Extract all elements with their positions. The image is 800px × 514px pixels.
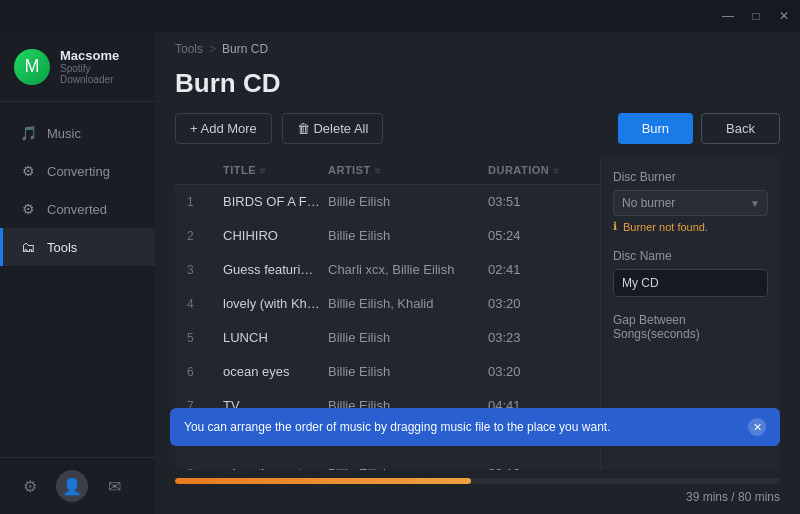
- row-artist: Billie Eilish: [328, 330, 488, 345]
- row-title: lovely (with Khalid): [223, 296, 328, 311]
- settings-button[interactable]: ⚙: [16, 472, 44, 500]
- col-title: TITLE ≡: [223, 164, 328, 176]
- disc-name-input[interactable]: [613, 269, 768, 297]
- row-number: 6: [187, 365, 223, 379]
- row-title: ocean eyes: [223, 364, 328, 379]
- maximize-button[interactable]: □: [748, 8, 764, 24]
- disc-name-section: Disc Name: [613, 249, 768, 297]
- table-row[interactable]: 5 LUNCH Billie Eilish 03:23: [175, 321, 600, 355]
- col-num: [187, 164, 223, 176]
- row-number: 1: [187, 195, 223, 209]
- row-artist: Billie Eilish: [328, 228, 488, 243]
- tools-icon: 🗂: [19, 238, 37, 256]
- row-artist: Billie Eilish: [328, 364, 488, 379]
- row-artist: Charli xcx, Billie Eilish: [328, 262, 488, 277]
- col-artist: ARTIST ≡: [328, 164, 488, 176]
- delete-all-button[interactable]: 🗑 Delete All: [282, 113, 384, 144]
- row-duration: 05:24: [488, 228, 588, 243]
- sidebar-item-converted[interactable]: ⚙ Converted: [0, 190, 155, 228]
- minimize-button[interactable]: —: [720, 8, 736, 24]
- row-artist: Billie Eilish: [328, 194, 488, 209]
- table-row[interactable]: 1 BIRDS OF A FEATHER Billie Eilish 03:51: [175, 185, 600, 219]
- toast-close-button[interactable]: ✕: [748, 418, 766, 436]
- titlebar: — □ ✕: [0, 0, 800, 32]
- table-row[interactable]: 4 lovely (with Khalid) Billie Eilish, Kh…: [175, 287, 600, 321]
- row-title: BIRDS OF A FEATHER: [223, 194, 328, 209]
- sidebar-item-converted-label: Converted: [47, 202, 107, 217]
- row-duration: 02:41: [488, 262, 588, 277]
- progress-bar-container: [175, 478, 780, 484]
- sidebar: M Macsome Spotify Downloader 🎵 Music ⚙ C…: [0, 32, 155, 514]
- disc-burner-label: Disc Burner: [613, 170, 768, 184]
- sidebar-item-music-label: Music: [47, 126, 81, 141]
- app-subtitle: Spotify Downloader: [60, 63, 141, 85]
- duration-sort-icon: ≡: [553, 165, 559, 176]
- music-icon: 🎵: [19, 124, 37, 142]
- progress-text: 39 mins / 80 mins: [175, 490, 780, 504]
- row-duration: 03:20: [488, 364, 588, 379]
- converted-icon: ⚙: [19, 200, 37, 218]
- gap-section: Gap Between Songs(seconds): [613, 313, 768, 341]
- burner-not-found: ℹ Burner not found.: [613, 220, 768, 233]
- toast-notification: You can arrange the order of music by dr…: [170, 408, 780, 446]
- app-name: Macsome: [60, 48, 141, 63]
- sidebar-item-converting-label: Converting: [47, 164, 110, 179]
- table-row[interactable]: 2 CHIHIRO Billie Eilish 05:24: [175, 219, 600, 253]
- row-title: CHIHIRO: [223, 228, 328, 243]
- converting-icon: ⚙: [19, 162, 37, 180]
- sidebar-item-tools-label: Tools: [47, 240, 77, 255]
- sidebar-item-converting[interactable]: ⚙ Converting: [0, 152, 155, 190]
- sidebar-item-tools[interactable]: 🗂 Tools: [0, 228, 155, 266]
- back-button[interactable]: Back: [701, 113, 780, 144]
- row-artist: Billie Eilish, Khalid: [328, 296, 488, 311]
- row-number: 4: [187, 297, 223, 311]
- row-title: Guess featuring billie eilish: [223, 262, 328, 277]
- breadcrumb: Tools > Burn CD: [155, 32, 800, 64]
- table-header: TITLE ≡ ARTIST ≡ DURATION ≡: [175, 156, 600, 185]
- toast-message: You can arrange the order of music by dr…: [184, 420, 610, 434]
- sidebar-nav: 🎵 Music ⚙ Converting ⚙ Converted 🗂 Tools: [0, 102, 155, 457]
- sidebar-item-music[interactable]: 🎵 Music: [0, 114, 155, 152]
- app-logo: M Macsome Spotify Downloader: [0, 32, 155, 102]
- disc-burner-section: Disc Burner No burner ▼ ℹ Burner not fou…: [613, 170, 768, 233]
- toolbar: + Add More 🗑 Delete All Burn Back: [155, 113, 800, 156]
- settings-icon: ⚙: [23, 477, 37, 496]
- col-duration: DURATION ≡: [488, 164, 588, 176]
- mail-icon: ✉: [108, 477, 121, 496]
- row-duration: 03:51: [488, 194, 588, 209]
- row-duration: 03:23: [488, 330, 588, 345]
- page-header: Burn CD: [155, 64, 800, 113]
- breadcrumb-separator: >: [209, 42, 216, 56]
- breadcrumb-current: Burn CD: [222, 42, 268, 56]
- row-number: 3: [187, 263, 223, 277]
- page-title: Burn CD: [175, 68, 780, 99]
- bottom-bar: 39 mins / 80 mins: [155, 470, 800, 514]
- sidebar-bottom: ⚙ 👤 ✉: [0, 457, 155, 514]
- row-number: 2: [187, 229, 223, 243]
- burn-button[interactable]: Burn: [618, 113, 693, 144]
- burner-select[interactable]: No burner: [613, 190, 768, 216]
- row-number: 5: [187, 331, 223, 345]
- toast-close-icon: ✕: [753, 421, 762, 434]
- row-duration: 03:20: [488, 296, 588, 311]
- disc-name-label: Disc Name: [613, 249, 768, 263]
- breadcrumb-parent: Tools: [175, 42, 203, 56]
- table-row[interactable]: 6 ocean eyes Billie Eilish 03:20: [175, 355, 600, 389]
- mail-button[interactable]: ✉: [100, 472, 128, 500]
- row-title: LUNCH: [223, 330, 328, 345]
- gap-label: Gap Between Songs(seconds): [613, 313, 768, 341]
- title-sort-icon: ≡: [260, 165, 266, 176]
- close-button[interactable]: ✕: [776, 8, 792, 24]
- avatar[interactable]: 👤: [56, 470, 88, 502]
- artist-sort-icon: ≡: [375, 165, 381, 176]
- logo-icon: M: [14, 49, 50, 85]
- table-row[interactable]: 9 when the party's over Billie Eilish 03…: [175, 457, 600, 470]
- info-icon: ℹ: [613, 220, 617, 233]
- progress-bar-fill: [175, 478, 471, 484]
- add-more-button[interactable]: + Add More: [175, 113, 272, 144]
- table-row[interactable]: 3 Guess featuring billie eilish Charli x…: [175, 253, 600, 287]
